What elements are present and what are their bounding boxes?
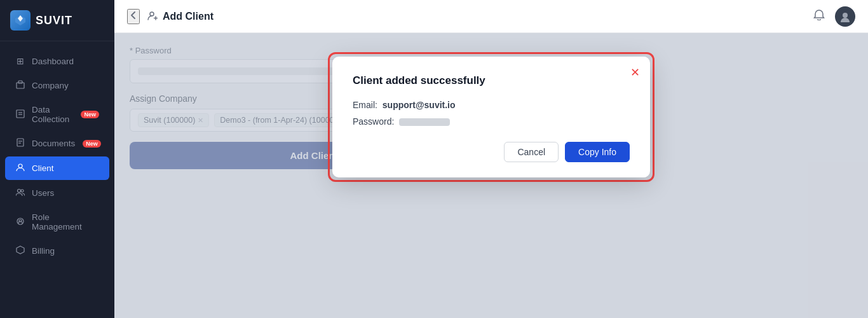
sidebar-navigation: ⊞ Dashboard Company Data Collection New … [0,41,114,318]
svg-point-10 [18,164,22,168]
sidebar-item-client[interactable]: Client [5,156,109,180]
sidebar-item-label: Data Collection [32,105,73,124]
bell-icon[interactable] [813,9,825,24]
page-title-area: Add Client [147,10,214,23]
logo-area: SUVIT [0,0,114,41]
svg-point-11 [18,190,21,193]
documents-badge: New [83,140,101,148]
dialog-highlight-border: Client added successfully ✕ Email: suppo… [328,52,654,182]
svg-point-19 [843,13,848,18]
sidebar: SUVIT ⊞ Dashboard Company Data Collectio… [0,0,114,318]
sidebar-item-label: Billing [32,246,55,256]
sidebar-item-label: Role Management [32,212,99,232]
cancel-button[interactable]: Cancel [504,142,559,162]
svg-rect-4 [17,110,24,118]
billing-icon [15,245,25,256]
modal-actions: Cancel Copy Info [353,142,630,162]
role-management-icon [15,217,25,228]
sidebar-item-label: Users [32,188,54,198]
logo-text: SUVIT [36,14,72,27]
password-label: Password: [353,116,394,127]
data-collection-icon [15,109,25,120]
topbar-right [813,6,855,27]
success-modal: Client added successfully ✕ Email: suppo… [332,57,650,177]
sidebar-item-label: Company [32,81,69,90]
sidebar-item-label: Dashboard [32,57,74,66]
data-collection-badge: New [81,111,99,118]
svg-point-12 [21,190,24,192]
modal-close-button[interactable]: ✕ [630,67,640,78]
documents-icon [15,138,25,149]
logo-icon [10,10,31,31]
sidebar-item-label: Documents [32,139,75,148]
sidebar-item-dashboard[interactable]: ⊞ Dashboard [5,50,109,73]
sidebar-item-billing[interactable]: Billing [5,239,109,263]
client-icon [15,163,25,174]
modal-overlay: Client added successfully ✕ Email: suppo… [114,33,868,318]
dashboard-icon: ⊞ [15,56,25,66]
company-icon [15,80,25,91]
copy-info-button[interactable]: Copy Info [565,142,630,162]
email-row: Email: support@suvit.io [353,100,630,110]
svg-marker-15 [17,246,24,254]
password-row: Password: [353,116,630,127]
svg-rect-7 [17,139,24,146]
back-button[interactable] [127,9,140,24]
topbar: Add Client [114,0,868,33]
svg-point-16 [150,12,154,16]
sidebar-item-data-collection[interactable]: Data Collection New [5,99,109,130]
sidebar-item-users[interactable]: Users [5,181,109,205]
sidebar-item-label: Client [32,163,54,173]
email-label: Email: [353,100,377,110]
password-masked [399,118,450,126]
modal-title: Client added successfully [353,74,630,87]
main-content: Add Client * Password [114,0,868,318]
sidebar-item-role-management[interactable]: Role Management [5,206,109,238]
users-icon [15,188,25,198]
email-value: support@suvit.io [383,100,456,110]
add-client-icon [147,10,158,23]
page-content: * Password Assign Company Suvit (100000)… [114,33,868,318]
page-title: Add Client [163,11,214,22]
sidebar-item-company[interactable]: Company [5,74,109,97]
sidebar-item-documents[interactable]: Documents New [5,132,109,155]
avatar[interactable] [835,6,855,27]
